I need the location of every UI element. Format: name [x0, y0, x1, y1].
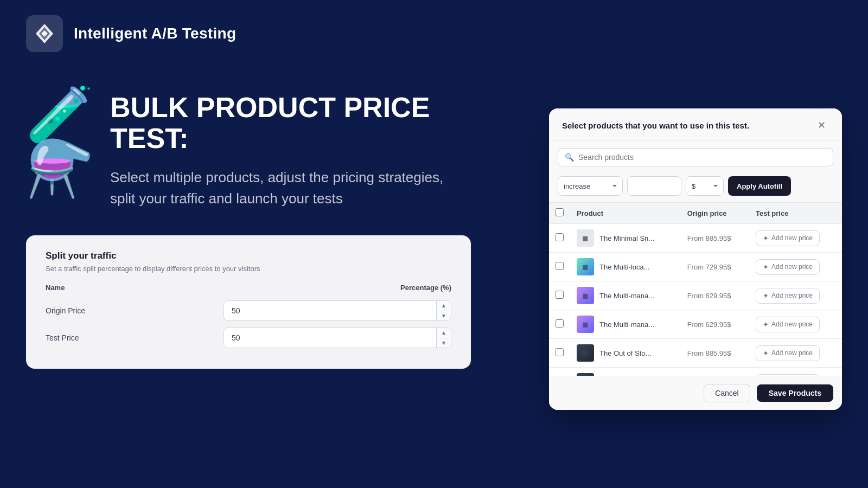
traffic-row: Test Price ▲ ▼: [46, 324, 451, 351]
table-row: ◼ The Out of Sto... From 885.95$ ✦ Add n…: [549, 339, 842, 368]
row-checkbox-cell: [549, 310, 570, 339]
traffic-row: Origin Price ▲ ▼: [46, 297, 451, 324]
add-price-icon: ✦: [763, 292, 769, 300]
search-section: 🔍: [549, 140, 842, 172]
add-price-button[interactable]: ✦ Add new price: [756, 345, 820, 361]
table-row: ◼ The Multi-loca... From 729.95$ ✦ Add n…: [549, 253, 842, 281]
origin-price: From 629.95$: [687, 292, 731, 300]
product-name-cell: ◼ The Multi-loca...: [570, 253, 681, 281]
add-price-button[interactable]: ✦ Add new price: [756, 317, 820, 332]
traffic-row-name: Origin Price: [46, 297, 219, 324]
row-checkbox-cell: [549, 339, 570, 368]
apply-autofill-button[interactable]: Apply Autofill: [728, 176, 791, 196]
traffic-row-name: Test Price: [46, 324, 219, 351]
modal-footer: Cancel Save Products: [549, 376, 842, 410]
stepper-down[interactable]: ▼: [437, 338, 451, 348]
add-price-button[interactable]: ✦ Add new price: [756, 259, 820, 275]
logo: [26, 15, 63, 52]
row-checkbox-cell: [549, 281, 570, 310]
row-checkbox-cell: [549, 224, 570, 253]
product-name-cell: ◼ The Multi-mana...: [570, 281, 681, 310]
product-name: The Multi-mana...: [599, 320, 654, 329]
product-thumbnail: ◼: [577, 373, 594, 376]
product-checkbox-4[interactable]: [556, 348, 564, 356]
traffic-card-title: Split your traffic: [46, 251, 451, 261]
cancel-button[interactable]: Cancel: [704, 384, 750, 402]
add-price-label: Add new price: [771, 349, 813, 357]
thumbnail-icon: ◼: [582, 234, 589, 242]
test-price-cell: ✦ Add new price: [749, 281, 842, 310]
thumbnail-icon: ◼: [582, 349, 589, 357]
traffic-percentage-input[interactable]: [224, 333, 436, 342]
hero-text: BULK PRODUCT PRICE TEST: Select multiple…: [110, 92, 471, 209]
search-input[interactable]: [578, 153, 826, 162]
origin-price-cell: From 729.95$: [681, 253, 749, 281]
product-name-cell: ◼ The Out of Sto...: [570, 339, 681, 368]
add-price-label: Add new price: [771, 234, 813, 242]
add-price-icon: ✦: [763, 320, 769, 329]
app-header: Intelligent A/B Testing: [0, 0, 868, 67]
product-checkbox-3[interactable]: [556, 319, 564, 328]
add-price-button[interactable]: ✦ Add new price: [756, 230, 820, 246]
search-bar: 🔍: [558, 148, 833, 166]
product-checkbox-1[interactable]: [556, 262, 564, 270]
thumbnail-icon: ◼: [582, 262, 589, 271]
col-test-header: Test price: [749, 203, 842, 224]
hero-description: Select multiple products, adjust the pri…: [110, 167, 471, 209]
col-checkbox-header: [549, 203, 570, 224]
origin-price-cell: From 885.95$: [681, 368, 749, 376]
col-percentage: Percentage (%): [219, 284, 451, 297]
traffic-card-description: Set a traffic split percentage to displa…: [46, 265, 451, 273]
left-section: 🧪⚗️ BULK PRODUCT PRICE TEST: Select mult…: [26, 92, 471, 369]
add-price-icon: ✦: [763, 263, 769, 271]
col-origin-header: Origin price: [681, 203, 749, 224]
traffic-percentage-input[interactable]: [224, 306, 436, 315]
select-all-checkbox[interactable]: [556, 208, 564, 216]
modal-header: Select products that you want to use in …: [549, 108, 842, 140]
origin-price: From 629.95$: [687, 320, 731, 329]
product-name-cell: ◼ The Multi-mana...: [570, 310, 681, 339]
col-product-header: Product: [570, 203, 681, 224]
test-price-cell: ✦ Add new price: [749, 253, 842, 281]
save-products-button[interactable]: Save Products: [757, 384, 833, 402]
product-thumbnail: ◼: [577, 258, 594, 275]
stepper-up[interactable]: ▲: [437, 328, 451, 338]
product-name: The Multi-loca...: [599, 263, 649, 271]
table-row: ◼ The Videograph... From 885.95$ ✦ Add n…: [549, 368, 842, 376]
add-price-icon: ✦: [763, 234, 769, 242]
row-checkbox-cell: [549, 253, 570, 281]
product-checkbox-2[interactable]: [556, 291, 564, 299]
stepper-up[interactable]: ▲: [437, 301, 451, 311]
traffic-table: Name Percentage (%) Origin Price ▲ ▼ Tes…: [46, 284, 451, 351]
add-price-label: Add new price: [771, 263, 813, 271]
thumbnail-icon: ◼: [582, 291, 589, 300]
stepper-down[interactable]: ▼: [437, 311, 451, 321]
product-name: The Multi-mana...: [599, 292, 654, 300]
product-checkbox-0[interactable]: [556, 233, 564, 241]
autofill-bar: increase decrease set to $ € £ Apply Aut…: [549, 172, 842, 202]
product-thumbnail: ◼: [577, 344, 594, 362]
add-price-icon: ✦: [763, 349, 769, 357]
table-row: ◼ The Minimal Sn... From 885.95$ ✦ Add n…: [549, 224, 842, 253]
product-thumbnail: ◼: [577, 229, 594, 247]
product-thumbnail: ◼: [577, 287, 594, 304]
product-name-cell: ◼ The Videograph...: [570, 368, 681, 376]
origin-price-cell: From 629.95$: [681, 281, 749, 310]
close-button[interactable]: ✕: [814, 119, 829, 131]
table-row: ◼ The Multi-mana... From 629.95$ ✦ Add n…: [549, 281, 842, 310]
test-price-cell: ✦ Add new price: [749, 224, 842, 253]
autofill-number-input[interactable]: [627, 176, 681, 196]
hero-area: 🧪⚗️ BULK PRODUCT PRICE TEST: Select mult…: [26, 92, 471, 209]
product-name-cell: ◼ The Minimal Sn...: [570, 224, 681, 253]
table-row: ◼ The Multi-mana... From 629.95$ ✦ Add n…: [549, 310, 842, 339]
add-price-button[interactable]: ✦ Add new price: [756, 288, 820, 304]
product-name: The Out of Sto...: [599, 349, 651, 357]
origin-price: From 729.95$: [687, 263, 731, 271]
modal-title: Select products that you want to use in …: [562, 121, 749, 130]
col-name: Name: [46, 284, 219, 297]
traffic-row-value: ▲ ▼: [219, 324, 451, 351]
origin-price: From 885.95$: [687, 234, 731, 242]
currency-select[interactable]: $ € £: [686, 176, 724, 196]
autofill-type-select[interactable]: increase decrease set to: [558, 176, 623, 196]
product-table-wrap: Product Origin price Test price ◼ The Mi…: [549, 202, 842, 376]
